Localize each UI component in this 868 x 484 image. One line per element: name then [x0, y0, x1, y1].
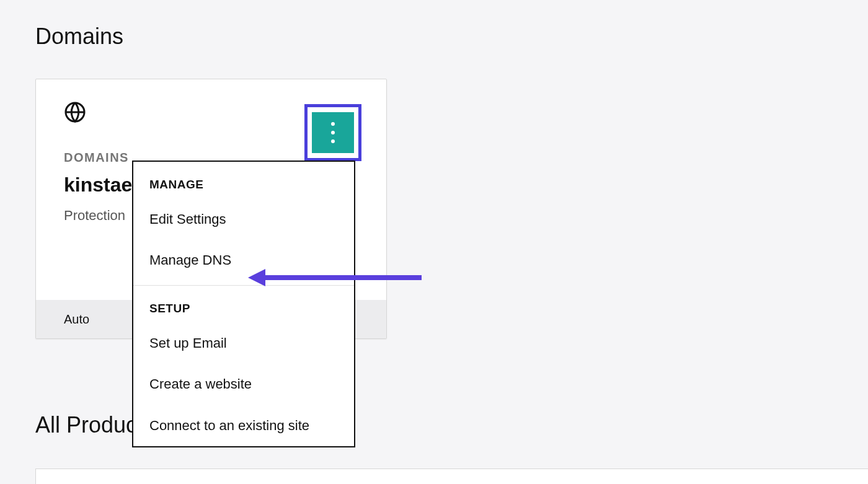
dropdown-section-setup: SETUP	[133, 286, 354, 323]
card-header	[36, 79, 386, 138]
domain-actions-dropdown: MANAGE Edit Settings Manage DNS SETUP Se…	[132, 161, 355, 447]
kebab-menu-button[interactable]	[312, 112, 354, 153]
menu-item-create-website[interactable]: Create a website	[133, 364, 354, 405]
page-title: Domains	[35, 24, 123, 50]
globe-icon	[64, 101, 86, 123]
all-products-panel	[35, 469, 868, 484]
menu-item-manage-dns[interactable]: Manage DNS	[133, 240, 354, 281]
menu-item-connect-site[interactable]: Connect to an existing site	[133, 405, 354, 446]
dots-vertical-icon	[331, 122, 335, 143]
auto-renew-text: Auto	[64, 312, 89, 327]
all-products-title: All Produc	[35, 412, 137, 438]
menu-item-setup-email[interactable]: Set up Email	[133, 323, 354, 364]
kebab-highlight-box	[304, 104, 361, 161]
dropdown-section-manage: MANAGE	[133, 162, 354, 199]
menu-item-edit-settings[interactable]: Edit Settings	[133, 199, 354, 240]
